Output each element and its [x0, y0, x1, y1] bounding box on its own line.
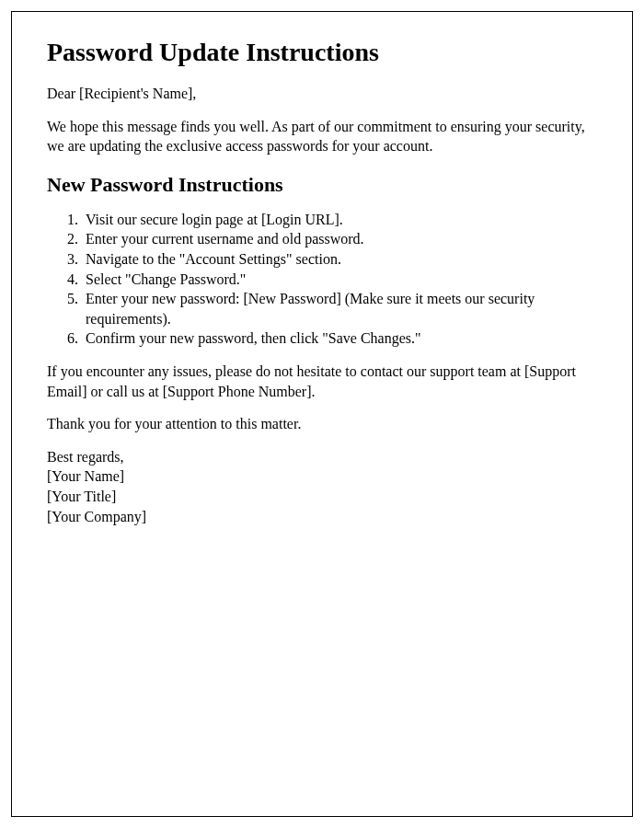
instruction-step: Confirm your new password, then click "S… [82, 328, 597, 349]
page-title: Password Update Instructions [47, 38, 597, 67]
intro-paragraph: We hope this message finds you well. As … [47, 117, 597, 156]
signature-block: Best regards, [Your Name] [Your Title] [… [47, 447, 597, 526]
instruction-step: Navigate to the "Account Settings" secti… [82, 249, 597, 270]
signoff-regards: Best regards, [47, 447, 597, 467]
instruction-step: Visit our secure login page at [Login UR… [82, 210, 597, 230]
support-paragraph: If you encounter any issues, please do n… [47, 362, 597, 401]
instruction-step: Enter your new password: [New Password] … [82, 289, 597, 328]
thanks-paragraph: Thank you for your attention to this mat… [47, 414, 597, 434]
instruction-step: Enter your current username and old pass… [82, 229, 597, 249]
greeting-line: Dear [Recipient's Name], [47, 84, 597, 104]
instruction-step: Select "Change Password." [82, 270, 597, 290]
section-heading: New Password Instructions [47, 173, 597, 197]
document-page: Password Update Instructions Dear [Recip… [11, 11, 633, 817]
instruction-list: Visit our secure login page at [Login UR… [82, 210, 597, 349]
signoff-title: [Your Title] [47, 487, 597, 507]
signoff-name: [Your Name] [47, 466, 597, 487]
signoff-company: [Your Company] [47, 507, 597, 527]
